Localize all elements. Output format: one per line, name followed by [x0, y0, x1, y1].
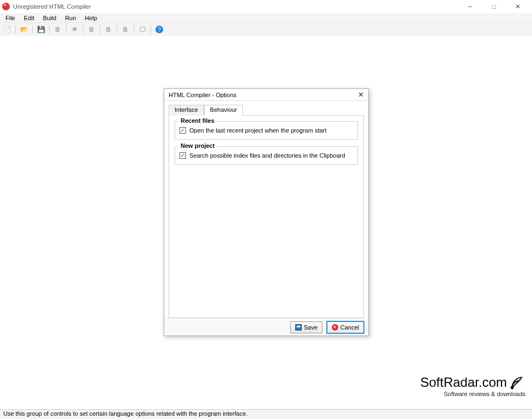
new-icon[interactable]: 📄 [2, 25, 12, 34]
watermark: SoftRadar.com Software reviews & downloa… [420, 374, 525, 397]
statusbar: Use this group of controls to set certai… [0, 409, 532, 419]
maximize-button[interactable] [482, 0, 506, 13]
separator [117, 25, 117, 34]
checkbox-label: Search possible index files and director… [189, 152, 345, 159]
window-title: Unregistered HTML Compiler [13, 3, 458, 10]
save-button[interactable]: Save [290, 321, 322, 333]
tool-icon[interactable]: 🗎 [121, 25, 130, 34]
menu-edit[interactable]: Edit [20, 14, 39, 22]
save-button-label: Save [304, 324, 318, 331]
separator [32, 25, 33, 34]
help-icon[interactable]: ? [154, 25, 164, 34]
separator [151, 25, 151, 34]
watermark-tagline: Software reviews & downloads [420, 391, 525, 397]
separator [134, 25, 134, 34]
dialog-titlebar[interactable]: HTML Compiler - Options ✕ [164, 89, 368, 101]
check-icon: ✓ [180, 127, 186, 134]
menu-file[interactable]: File [1, 14, 20, 22]
watermark-brand: SoftRadar.com [420, 375, 507, 390]
tool-icon[interactable]: 🗎 [104, 25, 113, 34]
cancel-button-label: Cancel [340, 324, 359, 331]
options-dialog: HTML Compiler - Options ✕ Interface Beha… [164, 88, 369, 336]
dialog-tabs: Interface Behaviour [169, 104, 364, 115]
dialog-close-icon[interactable]: ✕ [358, 91, 364, 99]
checkbox-search-clipboard[interactable]: ✓ Search possible index files and direct… [180, 152, 353, 159]
separator [15, 25, 16, 34]
menubar: File Edit Build Run Help [0, 13, 532, 23]
titlebar: Unregistered HTML Compiler [0, 0, 532, 13]
menu-run[interactable]: Run [61, 14, 80, 22]
save-icon[interactable]: 💾 [36, 25, 46, 34]
open-icon[interactable]: 📂 [19, 25, 29, 34]
checkbox-open-last-project[interactable]: ✓ Open the last recent project when the … [180, 127, 353, 134]
checkbox-label: Open the last recent project when the pr… [189, 127, 326, 134]
tool-icon[interactable]: 🗎 [87, 25, 97, 34]
app-icon [2, 3, 10, 10]
tab-panel: Recent files ✓ Open the last recent proj… [169, 115, 364, 318]
radar-icon [509, 374, 525, 391]
tab-behaviour[interactable]: Behaviour [204, 105, 243, 116]
group-new-project: New project ✓ Search possible index file… [175, 146, 358, 165]
toolbar: 📄 📂 💾 🗎 👁 🗎 🗎 🗎 🖵 ? [0, 23, 532, 36]
close-button[interactable] [506, 0, 530, 13]
menu-build[interactable]: Build [39, 14, 61, 22]
cancel-button[interactable]: ✕ Cancel [327, 321, 364, 333]
separator [100, 25, 100, 34]
cancel-icon: ✕ [332, 324, 338, 331]
separator [49, 25, 50, 34]
tab-interface[interactable]: Interface [169, 105, 204, 116]
menu-help[interactable]: Help [80, 14, 101, 22]
main-area: HTML Compiler - Options ✕ Interface Beha… [0, 36, 532, 409]
dialog-footer: Save ✕ Cancel [164, 318, 368, 336]
group-legend: New project [178, 142, 217, 149]
tool-icon[interactable]: 🗎 [53, 25, 63, 34]
minimize-button[interactable] [458, 0, 482, 13]
preview-icon[interactable]: 👁 [70, 25, 80, 34]
group-legend: Recent files [178, 117, 217, 124]
separator [83, 25, 83, 34]
group-recent-files: Recent files ✓ Open the last recent proj… [175, 121, 358, 140]
dialog-title: HTML Compiler - Options [169, 92, 358, 98]
separator [66, 25, 67, 34]
save-icon [295, 324, 302, 331]
check-icon: ✓ [180, 152, 186, 159]
dialog-body: Interface Behaviour Recent files ✓ Open … [164, 101, 368, 318]
tool-icon[interactable]: 🖵 [138, 25, 147, 34]
